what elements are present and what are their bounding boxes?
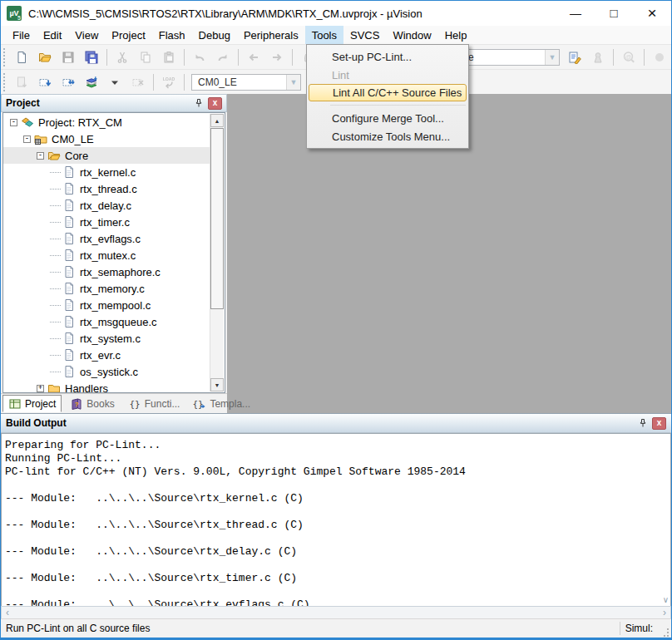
tree-item-rtx-memory-c[interactable]: rtx_memory.c	[3, 280, 210, 297]
menu-item-debug[interactable]: Debug	[192, 26, 237, 44]
copy-icon	[139, 51, 152, 64]
menu-item-edit[interactable]: Edit	[37, 26, 68, 44]
tree-item-core[interactable]: -Core	[3, 147, 210, 164]
file-icon	[62, 332, 76, 345]
resize-grip[interactable]	[658, 626, 670, 638]
tree-item-cm0-le[interactable]: -CM0_LE	[3, 130, 210, 147]
svg-text:LOAD: LOAD	[163, 76, 175, 81]
toolbar-separator	[184, 49, 185, 66]
build-output-body: Preparing for PC-Lint... Running PC-Lint…	[1, 433, 671, 606]
new-file-button[interactable]	[11, 47, 32, 67]
build-output-hscrollbar[interactable]: ‹ ›	[1, 606, 671, 619]
nav-forward-icon	[270, 51, 284, 64]
tree-expander-minus[interactable]: -	[23, 135, 31, 143]
scroll-thumb[interactable]	[210, 128, 224, 309]
uvision-app-icon: µV 5	[7, 6, 22, 21]
menu-item-project[interactable]: Project	[105, 26, 151, 44]
tools-menu-item-configure-merge-tool[interactable]: Configure Merge Tool...	[307, 109, 468, 127]
tree-item-rtx-kernel-c[interactable]: rtx_kernel.c	[3, 164, 210, 180]
menu-item-tools[interactable]: Tools	[305, 26, 343, 44]
caret-down-button[interactable]	[104, 72, 126, 92]
menu-item-peripherals[interactable]: Peripherals	[237, 26, 305, 44]
folder-closed-icon	[47, 382, 61, 393]
braces-icon: {}	[128, 397, 141, 411]
batch-build-icon	[85, 76, 98, 89]
tree-item-label: os_systick.c	[80, 366, 138, 378]
tab-label: Functi...	[145, 398, 180, 410]
close-button[interactable]: ×	[633, 1, 671, 26]
translate-button	[11, 72, 32, 92]
tree-item-project-rtx-cm[interactable]: -Project: RTX_CM	[3, 114, 210, 130]
pin-icon	[194, 98, 204, 108]
file-icon	[62, 315, 76, 328]
undo-button	[189, 47, 210, 67]
project-panel-close-button[interactable]: x	[208, 97, 222, 110]
menu-bar: FileEditViewProjectFlashDebugPeripherals…	[1, 26, 671, 44]
tree-expander-plus[interactable]: +	[37, 385, 44, 392]
toolbar-separator	[184, 74, 185, 91]
save-all-button[interactable]	[81, 47, 102, 67]
pin-button[interactable]	[192, 96, 205, 110]
tab-project[interactable]: Project	[2, 395, 62, 412]
tools-menu-item-customize-tools-menu[interactable]: Customize Tools Menu...	[307, 127, 468, 145]
rebuild-button[interactable]	[57, 72, 79, 92]
tab-templa[interactable]: {} Templa...	[188, 395, 255, 412]
tab-label: Books	[86, 398, 114, 410]
tree-item-rtx-msgqueue-c[interactable]: rtx_msgqueue.c	[3, 313, 210, 330]
tools-menu-popup: Set-up PC-Lint...LintLint All C/C++ Sour…	[306, 44, 469, 149]
toolbar-grip[interactable]	[3, 48, 7, 66]
menu-item-help[interactable]: Help	[438, 26, 474, 44]
target-select[interactable]: CM0_LE ▼	[191, 74, 301, 91]
scroll-down-chevron-icon[interactable]: ∨	[663, 595, 669, 604]
tree-item-rtx-mutex-c[interactable]: rtx_mutex.c	[3, 247, 210, 263]
batch-build-button[interactable]	[81, 72, 102, 92]
tree-expander-minus[interactable]: -	[37, 152, 44, 160]
target-folder-icon	[34, 132, 47, 145]
caret-down-icon	[108, 76, 121, 89]
maximize-button[interactable]: □	[595, 1, 633, 26]
app-icon-sub: 5	[17, 15, 21, 21]
rebuild-icon	[62, 76, 75, 89]
tab-books[interactable]: ? Books	[65, 395, 119, 412]
chevron-down-icon[interactable]: ▼	[545, 50, 559, 65]
tree-item-rtx-timer-c[interactable]: rtx_timer.c	[3, 214, 210, 230]
toolbar-grip[interactable]	[3, 73, 7, 91]
tree-scrollbar[interactable]: ▲ ▼	[210, 114, 224, 391]
open-folder-button[interactable]	[34, 47, 56, 67]
tree-item-rtx-delay-c[interactable]: rtx_delay.c	[3, 197, 210, 214]
target-folder-icon	[34, 132, 47, 145]
tree-item-rtx-semaphore-c[interactable]: rtx_semaphore.c	[3, 263, 210, 280]
scroll-down-button[interactable]: ▼	[210, 378, 224, 391]
build-output-close-button[interactable]: x	[652, 417, 666, 430]
file-icon	[62, 215, 76, 229]
tree-connector	[50, 189, 61, 190]
menu-item-flash[interactable]: Flash	[152, 26, 192, 44]
menu-item-window[interactable]: Window	[386, 26, 437, 44]
window-controls: — □ ×	[556, 1, 671, 26]
tree-item-rtx-system-c[interactable]: rtx_system.c	[3, 330, 210, 347]
menu-item-file[interactable]: File	[6, 26, 37, 44]
tab-functi[interactable]: {} Functi...	[123, 395, 185, 412]
undo-icon	[193, 51, 206, 64]
build-button[interactable]	[34, 72, 56, 92]
tools-menu-item-lint-all-c-c-source-files[interactable]: Lint All C/C++ Source Files	[309, 84, 467, 101]
tree-expander-minus[interactable]: -	[10, 119, 17, 126]
find-in-files-button[interactable]	[564, 47, 586, 67]
status-bar: Run PC-Lint on all C source files Simul:	[1, 618, 671, 638]
file-icon	[62, 298, 76, 312]
tree-item-handlers[interactable]: +Handlers	[3, 380, 210, 393]
tree-item-rtx-mempool-c[interactable]: rtx_mempool.c	[3, 297, 210, 313]
chevron-down-icon[interactable]: ▼	[286, 75, 300, 90]
menu-item-svcs[interactable]: SVCS	[343, 26, 386, 44]
tools-menu-item-set-up-pc-lint[interactable]: Set-up PC-Lint...	[307, 47, 468, 66]
tab-project-icon	[8, 397, 22, 411]
menu-item-view[interactable]: View	[68, 26, 105, 44]
triangle-up-icon: ▲	[215, 118, 220, 124]
tree-item-rtx-evr-c[interactable]: rtx_evr.c	[3, 347, 210, 363]
scroll-up-button[interactable]: ▲	[210, 114, 224, 127]
tree-item-os-systick-c[interactable]: os_systick.c	[3, 363, 210, 380]
tree-item-rtx-thread-c[interactable]: rtx_thread.c	[3, 180, 210, 197]
pin-button[interactable]	[636, 416, 650, 430]
minimize-button[interactable]: —	[556, 1, 595, 26]
tree-item-rtx-evflags-c[interactable]: rtx_evflags.c	[3, 230, 210, 247]
